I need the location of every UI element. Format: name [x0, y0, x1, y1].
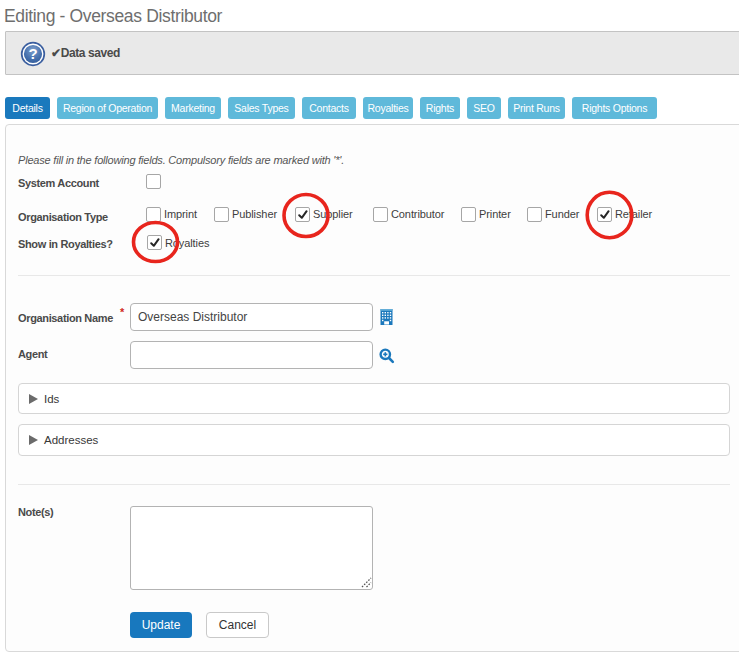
svg-text:?: ?: [28, 45, 37, 62]
